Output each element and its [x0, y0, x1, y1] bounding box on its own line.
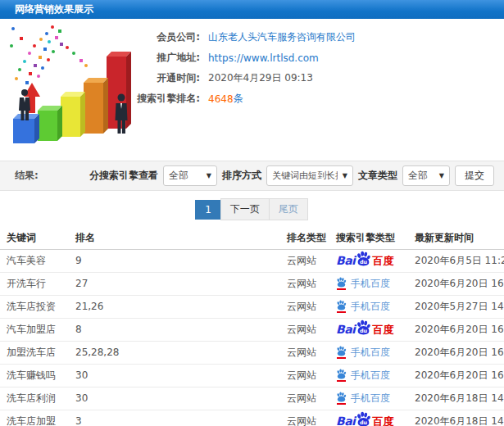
keyword-cell: 洗车店利润 [0, 387, 74, 410]
table-row: 洗车店加盟3云网站Baidu百度2020年6月18日 14:30 [0, 410, 504, 426]
rank-type-cell: 云网站 [285, 364, 334, 387]
table-row: 汽车加盟店8云网站Baidu百度2020年6月20日 16:12 [0, 318, 504, 341]
rank-cell[interactable]: 30 [74, 364, 285, 387]
updated-time-cell: 2020年6月18日 14:27 [413, 387, 504, 410]
article-type-select[interactable]: 全部 ▼ [402, 165, 450, 186]
info-field-label: 搜索引擎排名: [125, 92, 200, 106]
article-type-label: 文章类型 [358, 169, 397, 183]
svg-text:du: du [360, 327, 368, 333]
col-engine-type: 搜索引擎类型 [334, 228, 413, 249]
table-row: 汽车美容9云网站Baidu百度2020年6月5日 11:24 [0, 249, 504, 272]
table-row: 洗车赚钱吗30云网站手机百度2020年6月20日 16:12 [0, 364, 504, 387]
updated-time-cell: 2020年6月18日 14:30 [413, 410, 504, 426]
baidu-paw-icon: du [356, 320, 371, 335]
baidu-logo: Baidu百度 [336, 321, 393, 338]
baidu-paw-icon [336, 346, 347, 356]
keyword-cell: 开洗车行 [0, 272, 74, 295]
results-table: 关键词 排名 排名类型 搜索引擎类型 最新更新时间 汽车美容9云网站Baidu百… [0, 228, 504, 426]
rank-cell[interactable]: 30 [74, 387, 285, 410]
chevron-down-icon: ▼ [343, 172, 347, 179]
info-fields: 会员公司:山东老人头汽车服务咨询有限公司推广地址:https://www.lrt… [125, 27, 356, 109]
engine-cell: Baidu百度 [334, 249, 413, 272]
info-field-value: 2020年4月29日 09:13 [208, 71, 313, 85]
col-rank-type: 排名类型 [285, 228, 334, 249]
baidu-paw-icon [336, 392, 347, 402]
updated-time-cell: 2020年6月20日 16:11 [413, 341, 504, 364]
rank-cell[interactable]: 25,28,28 [74, 341, 285, 364]
engine-filter-select[interactable]: 全部 ▼ [163, 165, 217, 186]
rank-type-cell: 云网站 [285, 410, 334, 426]
filter-bar: 结果: 分搜索引擎查看 全部 ▼ 排序方式 关键词由短到长排序 ▼ 文章类型 全… [0, 161, 504, 191]
keyword-cell: 汽车加盟店 [0, 318, 74, 341]
info-field-member-company: 会员公司:山东老人头汽车服务咨询有限公司 [125, 27, 356, 48]
baidu-logo: Baidu百度 [336, 413, 393, 426]
keyword-cell: 加盟洗车店 [0, 341, 74, 364]
page-current[interactable]: 1 [195, 200, 221, 220]
rank-type-cell: 云网站 [285, 318, 334, 341]
info-field-link[interactable]: 山东老人头汽车服务咨询有限公司 [208, 30, 356, 44]
rank-cell[interactable]: 3 [74, 410, 285, 426]
bar-orange [84, 78, 108, 134]
rank-cell[interactable]: 8 [74, 318, 285, 341]
info-field-label: 推广地址: [125, 51, 200, 65]
rank-type-cell: 云网站 [285, 387, 334, 410]
submit-button[interactable]: 提交 [455, 165, 494, 186]
engine-cell: 手机百度 [334, 364, 413, 387]
mobile-baidu-logo: 手机百度 [336, 346, 390, 359]
engine-cell: Baidu百度 [334, 410, 413, 426]
updated-time-cell: 2020年6月20日 16:12 [413, 318, 504, 341]
mobile-baidu-logo: 手机百度 [336, 300, 390, 313]
confetti-dots [10, 25, 88, 84]
svg-text:du: du [360, 258, 368, 265]
svg-text:du: du [360, 419, 368, 425]
page-last[interactable]: 尾页 [269, 198, 308, 220]
baidu-paw-icon: du [356, 411, 371, 426]
col-updated-time: 最新更新时间 [413, 228, 504, 249]
sort-filter-label: 排序方式 [222, 169, 261, 183]
updated-time-cell: 2020年6月5日 11:24 [413, 249, 504, 272]
info-field-engine-rank-count: 搜索引擎排名:4648条 [125, 88, 356, 109]
baidu-paw-icon [336, 369, 347, 379]
rank-cell[interactable]: 27 [74, 272, 285, 295]
page-title: 网络营销效果展示 [15, 3, 93, 15]
table-row: 开洗车行27云网站手机百度2020年6月20日 16:16 [0, 272, 504, 295]
updated-time-cell: 2020年5月27日 14:58 [413, 295, 504, 318]
page-title-bar: 网络营销效果展示 [0, 0, 504, 19]
info-field-suffix: 条 [234, 92, 243, 106]
app-window: 网络营销效果展示 [0, 0, 504, 426]
keyword-cell: 洗车店加盟 [0, 410, 74, 426]
rank-type-cell: 云网站 [285, 272, 334, 295]
col-keyword: 关键词 [0, 228, 74, 249]
updated-time-cell: 2020年6月20日 16:12 [413, 364, 504, 387]
table-row: 加盟洗车店25,28,28云网站手机百度2020年6月20日 16:11 [0, 341, 504, 364]
baidu-logo: Baidu百度 [336, 252, 393, 270]
table-row: 洗车店投资21,26云网站手机百度2020年5月27日 14:58 [0, 295, 504, 318]
bar-green [38, 106, 62, 141]
info-section: 会员公司:山东老人头汽车服务咨询有限公司推广地址:https://www.lrt… [0, 19, 504, 161]
keyword-cell: 洗车赚钱吗 [0, 364, 74, 387]
bar-chart-illustration [2, 19, 145, 158]
mobile-baidu-logo: 手机百度 [336, 277, 390, 290]
info-field-open-time: 开通时间:2020年4月29日 09:13 [125, 68, 356, 88]
baidu-paw-icon: du [356, 251, 371, 266]
engine-cell: 手机百度 [334, 387, 413, 410]
results-table-body: 汽车美容9云网站Baidu百度2020年6月5日 11:24开洗车行27云网站手… [0, 249, 504, 426]
rank-cell[interactable]: 9 [74, 249, 285, 272]
engine-cell: 手机百度 [334, 272, 413, 295]
baidu-paw-icon [336, 277, 347, 288]
result-label: 结果: [15, 169, 39, 183]
engine-cell: 手机百度 [334, 295, 413, 318]
page-next[interactable]: 下一页 [220, 198, 270, 220]
pagination: 1 下一页 尾页 [0, 191, 504, 228]
info-field-promo-url: 推广地址:https://www.lrtlsd.com [125, 48, 356, 68]
info-field-link[interactable]: https://www.lrtlsd.com [208, 52, 319, 64]
engine-cell: Baidu百度 [334, 318, 413, 341]
info-field-value: 4648 [208, 93, 234, 105]
engine-cell: 手机百度 [334, 341, 413, 364]
sort-order-select[interactable]: 关键词由短到长排序 ▼ [266, 165, 353, 186]
chevron-down-icon: ▼ [439, 172, 444, 179]
mobile-baidu-logo: 手机百度 [336, 392, 390, 405]
rank-cell[interactable]: 21,26 [74, 295, 285, 318]
info-field-label: 会员公司: [125, 30, 200, 44]
filter-group: 分搜索引擎查看 全部 ▼ 排序方式 关键词由短到长排序 ▼ 文章类型 全部 ▼ … [89, 165, 494, 186]
